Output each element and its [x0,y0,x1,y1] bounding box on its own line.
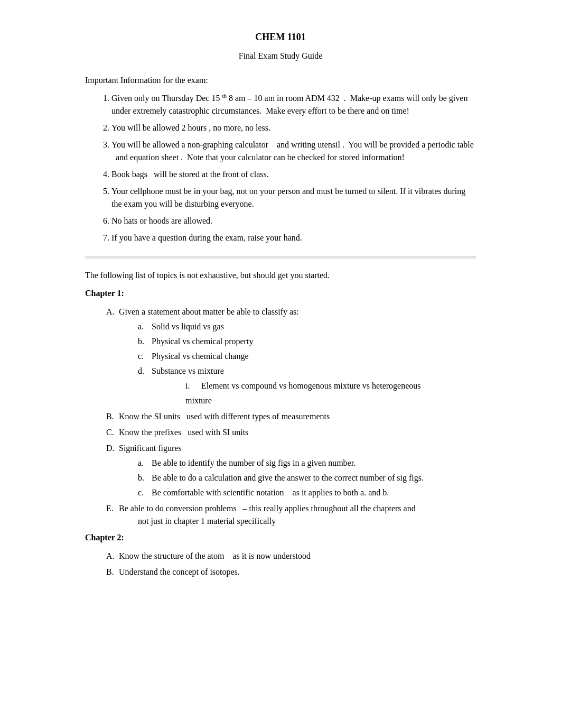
list-item: a. Solid vs liquid vs gas [138,320,476,333]
list-item: d. Substance vs mixture i. Element vs co… [138,365,476,407]
list-item: Given only on Thursday Dec 15 th 8 am – … [111,91,476,117]
title-section: CHEM 1101 Final Exam Study Guide [85,32,476,61]
list-item: E. Be able to do conversion problems – t… [106,502,476,528]
sub-list: a. Be able to identify the number of sig… [138,457,476,499]
list-item: C. Know the prefixes used with SI units [106,426,476,439]
roman-label: i. [185,380,199,392]
list-item: b. Physical vs chemical property [138,335,476,348]
list-item: A. Know the structure of the atom as it … [106,550,476,563]
page-container: CHEM 1101 Final Exam Study Guide Importa… [43,0,518,626]
list-item: D. Significant figures a. Be able to ide… [106,442,476,499]
main-title: CHEM 1101 [85,32,476,43]
lower-alpha-label: b. [138,472,149,484]
lower-alpha-label: b. [138,335,149,348]
chapter-1-list: A. Given a statement about matter be abl… [106,306,476,528]
lower-alpha-label: a. [138,320,149,333]
alpha-label: C. [106,426,117,439]
list-item: b. Be able to do a calculation and give … [138,472,476,484]
sub-list: a. Solid vs liquid vs gas b. Physical vs… [138,320,476,407]
list-item: c. Be comfortable with scientific notati… [138,486,476,499]
list-item: Book bags will be stored at the front of… [111,168,476,181]
list-item: A. Given a statement about matter be abl… [106,306,476,407]
divider [85,256,476,259]
important-info-section: Important Information for the exam: Give… [85,76,476,244]
alpha-label: A. [106,306,117,318]
list-item: Your cellphone must be in your bag, not … [111,185,476,210]
list-item: B. Understand the concept of isotopes. [106,566,476,578]
alpha-label: E. [106,502,117,515]
alpha-label: B. [106,410,117,423]
list-item: c. Physical vs chemical change [138,350,476,363]
chapter-1-heading: Chapter 1: [85,289,476,298]
alpha-label: D. [106,442,117,455]
list-item: i. Element vs compound vs homogenous mix… [185,380,476,392]
important-info-header: Important Information for the exam: [85,76,476,85]
alpha-label: A. [106,550,117,563]
lower-alpha-label: a. [138,457,149,469]
alpha-label: B. [106,566,117,578]
important-info-list: Given only on Thursday Dec 15 th 8 am – … [111,91,476,244]
list-item: You will be allowed a non-graphing calcu… [111,139,476,164]
lower-alpha-label: c. [138,486,149,499]
lower-alpha-label: c. [138,350,149,363]
subtitle: Final Exam Study Guide [85,51,476,61]
topics-section: The following list of topics is not exha… [85,271,476,578]
list-item: a. Be able to identify the number of sig… [138,457,476,469]
list-item: No hats or hoods are allowed. [111,215,476,227]
list-item: You will be allowed 2 hours , no more, n… [111,122,476,134]
lower-alpha-label: d. [138,365,149,377]
topics-intro: The following list of topics is not exha… [85,271,476,280]
list-item: B. Know the SI units used with different… [106,410,476,423]
list-item: If you have a question during the exam, … [111,232,476,244]
chapter-2-list: A. Know the structure of the atom as it … [106,550,476,578]
continuation-text: mixture [185,394,476,407]
continuation-text: not just in chapter 1 material specifica… [138,515,476,528]
roman-sub-list: i. Element vs compound vs homogenous mix… [185,380,476,392]
chapter-2-heading: Chapter 2: [85,533,476,542]
